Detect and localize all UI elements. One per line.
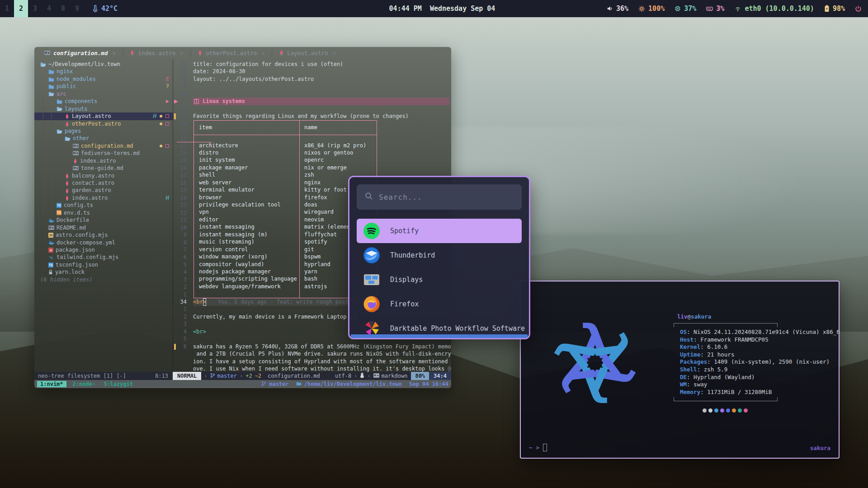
tree-item-Layout.astro[interactable]: ││Layout.astroH● [34,113,173,120]
module-network[interactable]: eth0 (10.0.0.140) [734,5,814,13]
tree-item-fediverse-terms.md[interactable]: │││fediverse-terms.md [34,150,173,157]
table-cell: shell [194,171,299,178]
workspace-button-2[interactable]: 2 [14,0,28,17]
line-number: 18 [173,164,187,172]
table-header-cell: name [299,124,377,131]
tree-item-garden.astro[interactable]: ││garden.astro [34,187,173,194]
astro-icon [65,195,70,201]
table-cell: distro [194,149,299,156]
tree-item-tsconfig.json[interactable]: TStsconfig.json [34,261,173,268]
tree-item-label: index.astro [80,157,116,164]
shell-prompt[interactable]: ~ > [529,444,547,451]
tree-item-~-Development-liv.town[interactable]: ~/Development/liv.town [34,61,173,68]
tab-close-icon[interactable]: × [333,50,336,56]
tab-index.astro[interactable]: index.astro× [124,50,189,56]
fetch-system-info: OS: NixOS 24.11.20240828.71e91c4 (Vicuna… [680,328,840,396]
tab-close-icon[interactable]: × [112,50,116,56]
launcher-item-spotify[interactable]: Spotify [357,219,522,243]
tree-item-nginx[interactable]: nginx [34,68,173,75]
tree-item-public[interactable]: public? [34,83,173,90]
workspace-button-1[interactable]: 1 [0,0,14,17]
tree-item-otherPost.astro[interactable]: ││otherPost.astro● [34,120,173,127]
module-power[interactable] [855,5,862,12]
workspace-button-8[interactable]: 8 [56,0,70,17]
tree-item-docker-compose.yml[interactable]: docker-compose.yml [34,239,173,246]
launcher-item-firefox[interactable]: Firefox [357,292,522,316]
fetch-terminal-window[interactable]: λλλλλλ liv@sakura OS: NixOS 24.11.202408… [520,281,840,459]
workspace-button-9[interactable]: 9 [70,0,84,17]
tree-item-package.json[interactable]: npackage.json [34,246,173,253]
tree-item-README.md[interactable]: README.md [34,224,173,231]
tree-item-index.astro[interactable]: │││index.astro [34,157,173,164]
svg-text:TS: TS [49,263,52,267]
tree-item-pages[interactable]: │pages [34,127,173,135]
tree-item-layouts[interactable]: │layouts [34,105,173,113]
tab-close-icon[interactable]: × [180,50,184,56]
tree-item-label: src [57,90,66,98]
astro-icon [65,113,70,119]
fetch-info-line: Host: Framework FRANMDCP05 [680,336,840,344]
module-cpu[interactable]: 37% [675,5,696,13]
app-launcher[interactable]: SpotifyThunderbirdDisplaysFirefoxDarktab… [348,176,530,339]
launcher-item-displays[interactable]: Displays [357,267,522,292]
tab-otherPost.astro[interactable]: otherPost.astro× [192,50,270,56]
tree-item-label: configuration.md [81,142,133,150]
fetch-info-line: Packages: 1409 (nix-system), 2590 (nix-u… [680,358,840,366]
folder-open-icon [48,91,54,96]
indent-guide: │ [48,179,54,187]
tmux-window-1:nvim*[interactable]: 1:nvim* [37,381,66,387]
tmux-window-3:lazygit[interactable]: 3:lazygit [102,381,135,387]
tab-close-icon[interactable]: × [261,50,265,56]
firefox-icon [363,296,380,313]
workspace-button-3[interactable]: 3 [28,0,42,17]
module-memory[interactable]: 3% [706,5,724,13]
line-number: 2 [173,313,187,320]
tree-item-label: yarn.lock [55,268,85,276]
tree-item-index.astro[interactable]: ││index.astroH [34,194,173,202]
launcher-search[interactable] [357,184,522,210]
temperature-module[interactable]: 42°C [92,5,118,13]
tmux-clock: Sep 04 16:44 [409,381,448,387]
tree-item-label: tsconfig.json [56,261,98,268]
tree-item-config.ts[interactable]: │TSconfig.ts [34,202,173,209]
buffer-line [193,90,449,98]
tab-configuration.md[interactable]: configuration.md× [39,50,121,56]
tree-item-node-modules[interactable]: node_modulesE [34,75,173,83]
tree-item-Dockerfile[interactable]: Dockerfile [34,216,173,224]
tree-item-tone-guide.md[interactable]: │││tone-guide.md [34,164,173,172]
launcher-item-thunderbird[interactable]: Thunderbird [357,243,522,267]
workspace-button-4[interactable]: 4 [42,0,56,17]
module-brightness[interactable]: 100% [638,5,665,13]
line-number: 2 [173,283,187,291]
search-input[interactable] [379,193,514,202]
tree-item-tailwind.config.mjs[interactable]: tailwind.config.mjs [34,253,173,261]
launcher-scroll-strip[interactable] [351,334,528,338]
tree-item-balcony.astro[interactable]: ││balcony.astro [34,172,173,179]
line-number: 29 [173,83,187,90]
tree-item-astro.config.mjs[interactable]: JSastro.config.mjs [34,231,173,239]
tree-item-other[interactable]: ││other [34,135,173,142]
line-number [173,365,187,372]
separator: ‹ [364,373,373,379]
tree-item-components[interactable]: │components [34,98,173,105]
indent-guide: │ [40,187,46,194]
tree-item-contact.astro[interactable]: ││contact.astro [34,179,173,187]
tree-item-src[interactable]: src [34,90,173,98]
neo-tree-file-explorer[interactable]: ~/Development/liv.townnginxnode_modulesE… [34,59,173,372]
tmux-windows: 1:nvim*2:node-3:lazygit [37,381,135,387]
module-battery[interactable]: 98% [824,5,845,13]
module-volume[interactable]: 36% [607,5,628,13]
tree-item-configuration.md[interactable]: │││configuration.md● [34,142,173,150]
tab-Layout.astro[interactable]: Layout.astro× [274,50,341,56]
module-volume-value: 36% [616,5,628,13]
tab-separator: │ [270,50,274,56]
table-cell: init system [194,156,299,164]
tree-item--6-hidden-items-[interactable]: (6 hidden items) [34,276,173,283]
folder-icon [296,381,302,387]
clock[interactable]: 04:44 PM Wednesday Sep 04 [389,5,495,13]
tree-item-env.d.ts[interactable]: │TSenv.d.ts [34,209,173,216]
fetch-info-line: WM: sway [680,381,840,389]
tree-item-yarn.lock[interactable]: yarn.lock [34,268,173,276]
folder-icon [48,69,54,74]
tmux-window-2:node-[interactable]: 2:node- [71,381,98,387]
